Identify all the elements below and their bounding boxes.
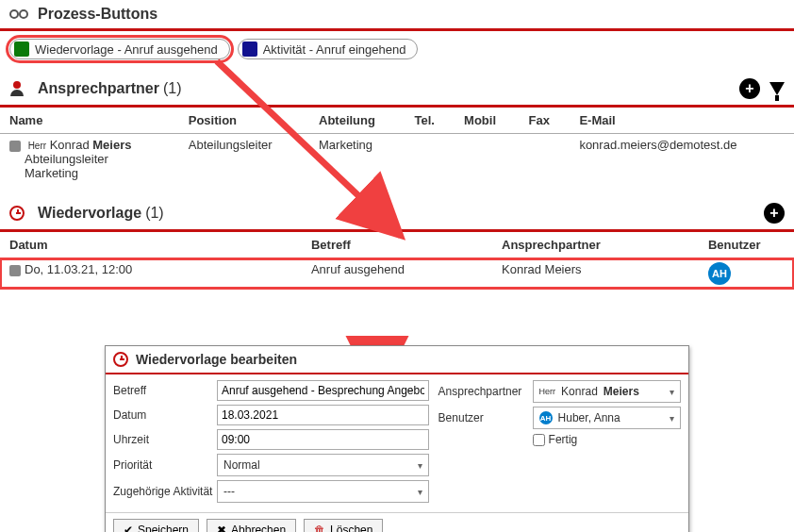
person-icon (9, 81, 25, 96)
cancel-button[interactable]: ✖ Abbrechen (207, 519, 296, 532)
label-time: Uhrzeit (113, 433, 217, 446)
pill-activity-incoming[interactable]: Aktivität - Anruf eingehend (238, 39, 419, 59)
col-position[interactable]: Position (179, 108, 309, 134)
clock-icon (9, 206, 25, 221)
voicemail-icon (9, 9, 28, 19)
section-header-contacts: Ansprechpartner (1) + (0, 73, 794, 108)
date-input[interactable] (217, 405, 429, 425)
label-user: Benutzer (438, 411, 533, 424)
edit-followup-dialog: Wiedervorlage bearbeiten Betreff Datum U… (105, 345, 689, 532)
priority-select[interactable]: Normal (217, 454, 429, 476)
pill-label: Aktivität - Anruf eingehend (263, 42, 406, 57)
process-buttons-row: Wiedervorlage - Anruf ausgehend Aktivitä… (0, 31, 794, 73)
label-activity: Zugehörige Aktivität (113, 485, 217, 498)
clock-icon (113, 352, 128, 367)
section-header-process: Prozess-Buttons (0, 0, 794, 31)
col-name[interactable]: Name (0, 108, 179, 134)
contacts-count: (1) (163, 80, 182, 97)
section-title-process: Prozess-Buttons (38, 6, 157, 23)
user-avatar: AH (708, 262, 731, 285)
label-done: Fertig (549, 433, 578, 446)
label-priority: Priorität (113, 458, 217, 472)
col-subject[interactable]: Betreff (302, 232, 492, 258)
table-row[interactable]: Do, 11.03.21, 12:00 Anruf ausgehend Konr… (0, 258, 794, 290)
label-contact: Ansprechpartner (438, 385, 533, 398)
section-title-contacts: Ansprechpartner (38, 80, 159, 97)
add-contact-button[interactable]: + (739, 78, 760, 99)
col-tel[interactable]: Tel. (405, 108, 455, 134)
label-date: Datum (113, 408, 217, 422)
col-mobile[interactable]: Mobil (455, 108, 519, 134)
user-select[interactable]: AH Huber, Anna (533, 407, 681, 429)
dialog-title: Wiedervorlage bearbeiten (136, 352, 297, 367)
section-title-followup: Wiedervorlage (38, 205, 141, 222)
save-button[interactable]: ✔ Speichern (113, 519, 199, 532)
followup-count: (1) (145, 205, 164, 222)
swatch-blue (242, 42, 257, 57)
calendar-icon (9, 265, 21, 276)
pill-followup-outgoing[interactable]: Wiedervorlage - Anruf ausgehend (9, 39, 230, 59)
user-avatar: AH (539, 411, 553, 424)
table-row[interactable]: Herr Konrad Meiers Abteilungsleiter Mark… (0, 134, 794, 185)
col-date[interactable]: Datum (0, 232, 302, 258)
time-input[interactable] (217, 429, 429, 450)
section-header-followup: Wiedervorlage (1) + (0, 197, 794, 232)
filter-icon[interactable] (769, 82, 785, 95)
delete-button[interactable]: 🗑 Löschen (304, 519, 383, 532)
swatch-green (14, 42, 29, 57)
col-fax[interactable]: Fax (520, 108, 571, 134)
activity-select[interactable]: --- (217, 480, 429, 503)
subject-input[interactable] (217, 380, 429, 401)
label-subject: Betreff (113, 384, 217, 397)
dialog-header: Wiedervorlage bearbeiten (106, 346, 688, 374)
add-followup-button[interactable]: + (764, 203, 785, 224)
pill-label: Wiedervorlage - Anruf ausgehend (35, 42, 218, 57)
contacts-table: Name Position Abteilung Tel. Mobil Fax E… (0, 108, 794, 184)
done-checkbox[interactable] (533, 434, 545, 446)
card-icon (9, 141, 21, 152)
col-contact[interactable]: Ansprechpartner (492, 232, 699, 258)
col-user[interactable]: Benutzer (699, 232, 794, 258)
col-email[interactable]: E-Mail (570, 108, 794, 134)
contact-select[interactable]: Herr Konrad Meiers (533, 380, 681, 403)
col-department[interactable]: Abteilung (309, 108, 405, 134)
followup-table: Datum Betreff Ansprechpartner Benutzer D… (0, 232, 794, 289)
